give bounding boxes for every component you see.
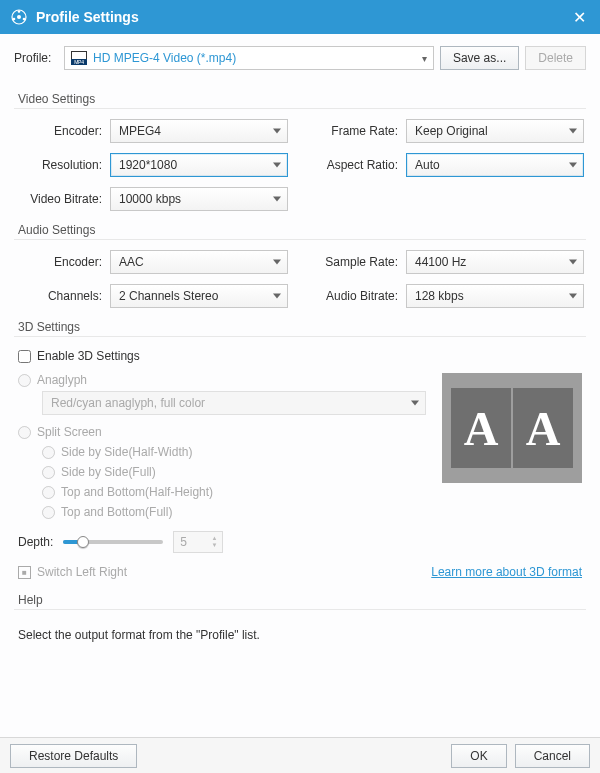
video-settings-title: Video Settings: [14, 88, 586, 109]
audio-settings-title: Audio Settings: [14, 219, 586, 240]
anaglyph-select: Red/cyan anaglyph, full color: [42, 391, 426, 415]
chevron-down-icon: [273, 260, 281, 265]
frame-rate-select[interactable]: Keep Original: [406, 119, 584, 143]
save-as-button[interactable]: Save as...: [440, 46, 519, 70]
content-area: Profile: HD MPEG-4 Video (*.mp4) ▾ Save …: [0, 34, 600, 737]
audio-encoder-select[interactable]: AAC: [110, 250, 288, 274]
chevron-down-icon: [273, 197, 281, 202]
video-bitrate-label: Video Bitrate:: [16, 192, 110, 206]
frame-rate-label: Frame Rate:: [312, 124, 406, 138]
profile-value: HD MPEG-4 Video (*.mp4): [93, 51, 236, 65]
chevron-down-icon: [273, 163, 281, 168]
video-bitrate-select[interactable]: 10000 kbps: [110, 187, 288, 211]
help-text: Select the output format from the "Profi…: [14, 620, 586, 642]
enable-3d-label: Enable 3D Settings: [37, 349, 140, 363]
anaglyph-radio: [18, 374, 31, 387]
learn-more-3d-link[interactable]: Learn more about 3D format: [431, 565, 582, 579]
chevron-down-icon: [273, 294, 281, 299]
video-settings-section: Video Settings Encoder: MPEG4 Frame Rate…: [14, 88, 586, 211]
audio-bitrate-label: Audio Bitrate:: [312, 289, 406, 303]
3d-settings-section: 3D Settings Enable 3D Settings Anaglyph …: [14, 316, 586, 581]
sample-rate-select[interactable]: 44100 Hz: [406, 250, 584, 274]
audio-bitrate-select[interactable]: 128 kbps: [406, 284, 584, 308]
profile-label: Profile:: [14, 51, 58, 65]
svg-point-2: [18, 10, 21, 13]
audio-settings-section: Audio Settings Encoder: AAC Sample Rate:…: [14, 219, 586, 308]
profile-row: Profile: HD MPEG-4 Video (*.mp4) ▾ Save …: [14, 44, 586, 80]
footer-bar: Restore Defaults OK Cancel: [0, 737, 600, 773]
split-screen-label: Split Screen: [37, 425, 102, 439]
mp4-file-icon: [71, 51, 87, 65]
spin-arrows-icon: ▲▼: [208, 533, 220, 551]
depth-slider[interactable]: [63, 540, 163, 544]
chevron-down-icon: [273, 129, 281, 134]
window-title: Profile Settings: [36, 9, 139, 25]
depth-spinbox: 5▲▼: [173, 531, 223, 553]
svg-point-1: [17, 15, 21, 19]
switch-left-right-icon: ■: [18, 566, 31, 579]
audio-encoder-label: Encoder:: [16, 255, 110, 269]
cancel-button[interactable]: Cancel: [515, 744, 590, 768]
chevron-down-icon: [569, 129, 577, 134]
tb-half-radio: [42, 486, 55, 499]
chevron-down-icon: [569, 294, 577, 299]
close-icon[interactable]: ✕: [569, 8, 590, 27]
help-title: Help: [14, 589, 586, 610]
delete-button: Delete: [525, 46, 586, 70]
tb-full-radio: [42, 506, 55, 519]
app-logo-icon: [10, 8, 28, 26]
chevron-down-icon: [569, 163, 577, 168]
aspect-ratio-select[interactable]: Auto: [406, 153, 584, 177]
restore-defaults-button[interactable]: Restore Defaults: [10, 744, 137, 768]
enable-3d-checkbox[interactable]: [18, 350, 31, 363]
chevron-down-icon: [569, 260, 577, 265]
channels-select[interactable]: 2 Channels Stereo: [110, 284, 288, 308]
svg-point-3: [23, 18, 26, 21]
channels-label: Channels:: [16, 289, 110, 303]
sbs-full-radio: [42, 466, 55, 479]
resolution-select[interactable]: 1920*1080: [110, 153, 288, 177]
anaglyph-label: Anaglyph: [37, 373, 87, 387]
switch-left-right-label: Switch Left Right: [37, 565, 127, 579]
chevron-down-icon: [411, 401, 419, 406]
profile-select[interactable]: HD MPEG-4 Video (*.mp4) ▾: [64, 46, 434, 70]
resolution-label: Resolution:: [16, 158, 110, 172]
sample-rate-label: Sample Rate:: [312, 255, 406, 269]
sbs-half-radio: [42, 446, 55, 459]
ok-button[interactable]: OK: [451, 744, 506, 768]
help-section: Help Select the output format from the "…: [14, 589, 586, 642]
3d-preview-image: A A: [442, 373, 582, 483]
video-encoder-label: Encoder:: [16, 124, 110, 138]
title-bar: Profile Settings ✕: [0, 0, 600, 34]
svg-point-4: [13, 18, 16, 21]
split-screen-radio: [18, 426, 31, 439]
slider-thumb[interactable]: [77, 536, 89, 548]
chevron-down-icon: ▾: [422, 53, 427, 64]
video-encoder-select[interactable]: MPEG4: [110, 119, 288, 143]
depth-label: Depth:: [18, 535, 53, 549]
aspect-ratio-label: Aspect Ratio:: [312, 158, 406, 172]
3d-settings-title: 3D Settings: [14, 316, 586, 337]
